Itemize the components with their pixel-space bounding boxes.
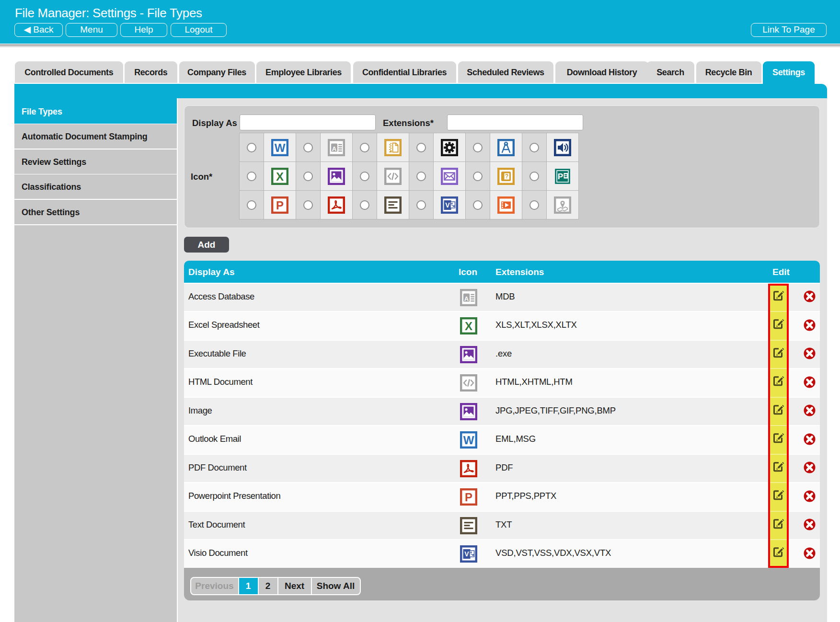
svg-text:W: W bbox=[275, 141, 286, 154]
svg-text:P: P bbox=[465, 491, 472, 504]
svg-text:A: A bbox=[332, 145, 337, 152]
svg-text:W: W bbox=[463, 434, 474, 447]
svg-text:A: A bbox=[464, 295, 469, 302]
svg-text:P: P bbox=[558, 172, 563, 181]
svg-text:V: V bbox=[464, 550, 469, 558]
svg-text:?: ? bbox=[505, 173, 508, 179]
svg-text:P: P bbox=[276, 199, 284, 212]
svg-text:X: X bbox=[276, 170, 284, 183]
svg-text:V: V bbox=[445, 201, 450, 209]
svg-text:X: X bbox=[465, 320, 472, 333]
